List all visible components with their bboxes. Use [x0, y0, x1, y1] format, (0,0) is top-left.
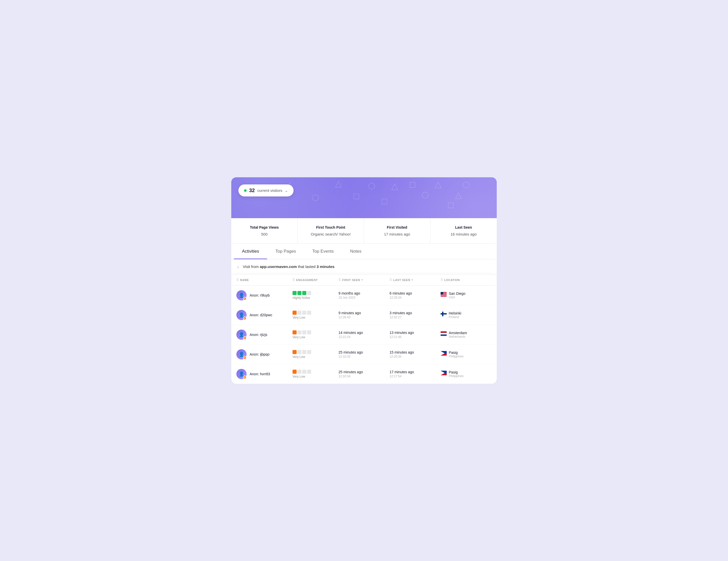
th-icon-first-seen: ⠿: [338, 278, 341, 282]
eng-bar-2: [297, 291, 301, 295]
location-city: Helsinki: [449, 311, 461, 315]
activity-text: Visit from app.usermaven.com that lasted…: [243, 264, 334, 270]
table-row[interactable]: 👤 Anon: d20pwc Very Low 9 minutes a: [231, 305, 497, 325]
tab-top-pages[interactable]: Top Pages: [267, 244, 304, 259]
stats-row: Total Page Views 500 First Touch Point O…: [231, 218, 497, 244]
th-name: ⠿ NAME: [236, 278, 293, 282]
engagement-bars: [293, 330, 338, 335]
svg-point-6: [369, 183, 375, 189]
stat-total-page-views: Total Page Views 500: [231, 218, 298, 243]
last-seen-time: 12:20:35: [390, 355, 441, 359]
chevron-down-icon[interactable]: ⌄: [285, 188, 288, 193]
svg-point-8: [463, 182, 469, 188]
stat-label-last-seen: Last Seen: [436, 225, 491, 229]
svg-rect-10: [382, 199, 387, 204]
eng-bar-4: [307, 311, 311, 315]
location-city: Amsterdam: [449, 331, 467, 335]
engagement-cell: Very Low: [293, 330, 338, 339]
eng-bar-2: [297, 370, 301, 374]
th-icon-engagement: ⠿: [293, 278, 295, 282]
last-seen-cell: 17 minutes ago 12:17:54: [390, 370, 441, 378]
th-first-seen[interactable]: ⠿ FIRST SEEN ▾: [338, 278, 390, 282]
svg-marker-4: [455, 193, 462, 199]
table-row[interactable]: 👤 Anon: ijbpqo Very Low 25 minutes: [231, 345, 497, 364]
table-row[interactable]: 👤 Anon: r9luyb Highly Active 9 mont: [231, 286, 497, 305]
eng-bar-4: [307, 370, 311, 374]
app-container: 32 current visitors ⌄ Total Page Views 5…: [231, 177, 497, 384]
location-cell: San Diego USA: [441, 292, 492, 299]
location-city: Pasig: [449, 351, 464, 355]
first-seen-date: 12:10:33: [338, 355, 390, 359]
first-seen-relative: 25 minutes ago: [338, 370, 390, 374]
table-row[interactable]: 👤 Anon: hvrr83 Very Low 25 minutes: [231, 364, 497, 384]
user-name: Anon: rjtzjs: [250, 333, 267, 337]
first-seen-relative: 9 minutes ago: [338, 311, 390, 315]
visitor-count: 32: [249, 187, 255, 193]
last-seen-relative: 15 minutes ago: [390, 350, 441, 354]
table-row[interactable]: 👤 Anon: rjtzjs Very Low 14 minutes: [231, 325, 497, 345]
avatar: 👤: [236, 330, 247, 340]
first-seen-date: 19 Jun 2023: [338, 296, 390, 300]
engagement-label: Very Low: [293, 375, 338, 378]
svg-point-7: [422, 192, 428, 198]
stat-value-last-seen: 16 minutes ago: [436, 232, 491, 236]
user-name: Anon: ijbpqo: [250, 352, 270, 356]
location-cell: Pasig Philippines: [441, 370, 492, 378]
sort-down-icon: ▾: [361, 278, 363, 281]
eng-bar-3: [302, 291, 306, 295]
user-name: Anon: r9luyb: [250, 293, 270, 298]
tabs-row: Activities Top Pages Top Events Notes: [231, 244, 497, 259]
first-seen-cell: 9 minutes ago 12:26:43: [338, 311, 390, 319]
location-cell: Amsterdam Netherlands: [441, 331, 492, 339]
location-country: Finland: [449, 315, 461, 319]
stat-label-first-visited: First Visited: [370, 225, 424, 229]
visitors-pill[interactable]: 32 current visitors ⌄: [238, 184, 294, 196]
main-content: Total Page Views 500 First Touch Point O…: [231, 218, 497, 384]
flag-icon: [441, 292, 447, 297]
th-icon-name: ⠿: [236, 278, 239, 282]
eng-bar-2: [297, 350, 301, 354]
user-name: Anon: hvrr83: [250, 372, 270, 376]
header-decorations: [231, 177, 497, 218]
user-cell: 👤 Anon: r9luyb: [236, 290, 293, 301]
avatar-badge: [243, 297, 247, 301]
tab-activities[interactable]: Activities: [234, 244, 267, 259]
last-seen-relative: 6 minutes ago: [390, 291, 441, 295]
user-cell: 👤 Anon: d20pwc: [236, 310, 293, 320]
activity-item[interactable]: › Visit from app.usermaven.com that last…: [231, 259, 497, 274]
engagement-cell: Very Low: [293, 311, 338, 319]
last-seen-cell: 3 minutes ago 12:32:27: [390, 311, 441, 319]
location-cell: Pasig Philippines: [441, 351, 492, 358]
stat-label-first-touch: First Touch Point: [304, 225, 358, 229]
engagement-bars: [293, 370, 338, 374]
first-seen-date: 12:26:43: [338, 316, 390, 319]
location-country: Netherlands: [449, 335, 467, 339]
flag-icon: [441, 351, 447, 356]
user-cell: 👤 Anon: rjtzjs: [236, 330, 293, 340]
eng-bar-3: [302, 370, 306, 374]
first-seen-relative: 25 minutes ago: [338, 350, 390, 354]
avatar-badge: [243, 356, 247, 360]
eng-bar-2: [297, 311, 301, 315]
flag-icon: [441, 371, 447, 375]
visitors-table: ⠿ NAME ⠿ ENGAGEMENT ⠿ FIRST SEEN ▾ ⠿ LAS…: [231, 274, 497, 384]
engagement-cell: Very Low: [293, 370, 338, 378]
stat-first-visited: First Visited 17 minutes ago: [364, 218, 430, 243]
stat-last-seen: Last Seen 16 minutes ago: [430, 218, 497, 243]
th-icon-location: ⠿: [441, 278, 443, 282]
svg-rect-12: [448, 203, 453, 208]
eng-bar-1: [293, 370, 297, 374]
tab-notes[interactable]: Notes: [342, 244, 370, 259]
user-name: Anon: d20pwc: [250, 313, 272, 317]
stat-value-first-visited: 17 minutes ago: [370, 232, 424, 236]
last-seen-time: 12:32:27: [390, 316, 441, 319]
location-city: Pasig: [449, 370, 464, 374]
tab-top-events[interactable]: Top Events: [304, 244, 342, 259]
svg-marker-2: [392, 184, 398, 190]
eng-bar-2: [297, 330, 301, 335]
location-city: San Diego: [449, 292, 465, 296]
eng-bar-3: [302, 330, 306, 335]
th-last-seen[interactable]: ⠿ LAST SEEN ▾: [390, 278, 441, 282]
expand-icon[interactable]: ›: [237, 265, 239, 269]
svg-rect-11: [410, 182, 415, 187]
